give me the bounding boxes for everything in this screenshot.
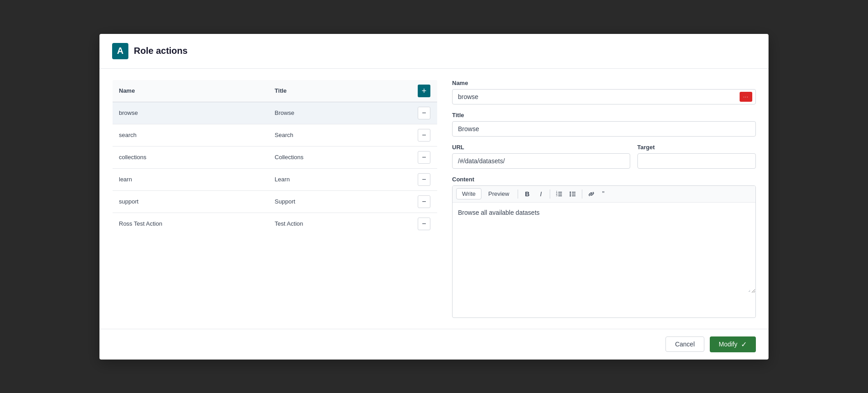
- row-title: Browse: [269, 102, 411, 124]
- content-textarea[interactable]: [453, 203, 755, 293]
- col-title-header: Title: [269, 80, 411, 102]
- name-label: Name: [452, 80, 756, 86]
- row-name: learn: [113, 168, 269, 190]
- table-row[interactable]: collectionsCollections−: [113, 146, 438, 168]
- actions-table: Name Title + browseBrowse−searchSearch−c…: [112, 80, 438, 235]
- col-name-header: Name: [113, 80, 269, 102]
- remove-action-button[interactable]: −: [418, 151, 430, 164]
- modal-footer: Cancel Modify ✓: [99, 329, 769, 360]
- row-title: Search: [269, 124, 411, 146]
- target-label: Target: [637, 144, 756, 151]
- resize-handle[interactable]: ⌟: [748, 287, 755, 294]
- editor-area: ⌟: [453, 203, 755, 294]
- remove-action-button[interactable]: −: [418, 195, 430, 208]
- url-label: URL: [452, 144, 630, 151]
- row-name: support: [113, 190, 269, 213]
- link-button[interactable]: [585, 188, 598, 200]
- row-name: collections: [113, 146, 269, 168]
- name-form-group: Name ···: [452, 80, 756, 104]
- name-input[interactable]: [452, 89, 756, 104]
- ordered-list-button[interactable]: 1 2 3: [553, 188, 566, 200]
- title-label: Title: [452, 112, 756, 118]
- toolbar-divider-1: [518, 189, 518, 199]
- modal-body: Name Title + browseBrowse−searchSearch−c…: [99, 69, 769, 329]
- name-input-wrapper: ···: [452, 89, 756, 104]
- toolbar-divider-3: [582, 189, 582, 199]
- url-form-group: URL: [452, 144, 630, 169]
- row-action: −: [411, 124, 438, 146]
- toolbar-divider-2: [550, 189, 550, 199]
- row-title: Learn: [269, 168, 411, 190]
- remove-action-button[interactable]: −: [418, 107, 430, 119]
- title-form-group: Title: [452, 112, 756, 137]
- write-tab[interactable]: Write: [456, 188, 481, 199]
- check-icon: ✓: [741, 340, 747, 349]
- row-action: −: [411, 102, 438, 124]
- editor-toolbar: Write Preview B I: [453, 186, 755, 203]
- svg-point-10: [570, 193, 571, 194]
- row-action: −: [411, 168, 438, 190]
- modify-button[interactable]: Modify ✓: [710, 336, 756, 352]
- row-name: search: [113, 124, 269, 146]
- unordered-list-button[interactable]: [566, 188, 579, 200]
- add-action-button[interactable]: +: [418, 85, 430, 97]
- content-label: Content: [452, 176, 756, 183]
- table-header-row: Name Title +: [113, 80, 438, 102]
- modal-icon: A: [112, 43, 128, 59]
- title-input[interactable]: [452, 121, 756, 137]
- svg-point-11: [570, 195, 571, 196]
- remove-action-button[interactable]: −: [418, 129, 430, 142]
- row-action: −: [411, 146, 438, 168]
- url-input[interactable]: [452, 153, 630, 169]
- row-title: Collections: [269, 146, 411, 168]
- row-action: −: [411, 213, 438, 235]
- target-input[interactable]: [637, 153, 756, 169]
- content-editor: Write Preview B I: [452, 185, 756, 318]
- bold-button[interactable]: B: [521, 188, 533, 200]
- right-panel: Name ··· Title URL: [452, 80, 756, 318]
- row-action: −: [411, 190, 438, 213]
- table-row[interactable]: Ross Test ActionTest Action−: [113, 213, 438, 235]
- col-action-header: +: [411, 80, 438, 102]
- target-form-group: Target: [637, 144, 756, 169]
- table-row[interactable]: learnLearn−: [113, 168, 438, 190]
- remove-action-button[interactable]: −: [418, 218, 430, 230]
- content-form-group: Content Write Preview B I: [452, 176, 756, 318]
- remove-action-button[interactable]: −: [418, 173, 430, 186]
- modal-header: A Role actions: [99, 34, 769, 69]
- url-target-row: URL Target: [452, 144, 756, 169]
- row-name: browse: [113, 102, 269, 124]
- modal-overlay: A Role actions Name Title +: [0, 0, 868, 393]
- svg-text:3: 3: [556, 194, 557, 197]
- table-row[interactable]: searchSearch−: [113, 124, 438, 146]
- modal-title: Role actions: [134, 46, 188, 56]
- row-title: Test Action: [269, 213, 411, 235]
- svg-point-9: [570, 191, 571, 193]
- preview-tab[interactable]: Preview: [482, 188, 515, 199]
- cancel-button[interactable]: Cancel: [665, 336, 704, 352]
- italic-button[interactable]: I: [534, 188, 547, 200]
- role-actions-modal: A Role actions Name Title +: [99, 34, 769, 360]
- svg-text:": ": [602, 190, 604, 197]
- name-options-button[interactable]: ···: [740, 92, 752, 102]
- left-panel: Name Title + browseBrowse−searchSearch−c…: [112, 80, 438, 318]
- row-name: Ross Test Action: [113, 213, 269, 235]
- table-row[interactable]: browseBrowse−: [113, 102, 438, 124]
- table-row[interactable]: supportSupport−: [113, 190, 438, 213]
- row-title: Support: [269, 190, 411, 213]
- table-body: browseBrowse−searchSearch−collectionsCol…: [113, 102, 438, 235]
- quote-button[interactable]: ": [599, 188, 611, 200]
